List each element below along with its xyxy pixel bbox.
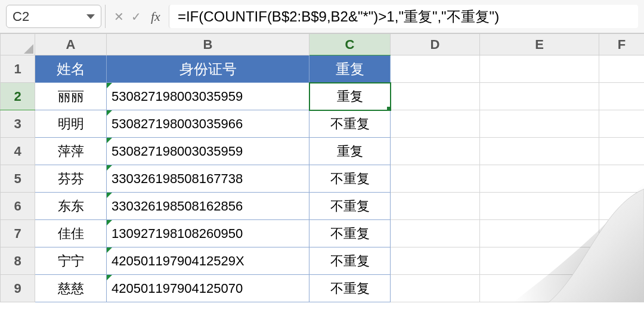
col-header-E[interactable]: E	[480, 34, 599, 55]
cell[interactable]	[391, 138, 480, 165]
cell[interactable]	[480, 55, 599, 83]
col-header-D[interactable]: D	[391, 34, 480, 55]
row-header-6[interactable]: 6	[1, 193, 35, 220]
cell[interactable]	[599, 55, 645, 83]
cell[interactable]: 420501197904125070	[107, 275, 309, 302]
text-indicator-icon	[107, 83, 112, 88]
text-indicator-icon	[107, 165, 112, 171]
cell[interactable]	[391, 165, 480, 193]
cell[interactable]: 不重复	[309, 193, 391, 220]
cell[interactable]: 东东	[35, 193, 107, 220]
cell[interactable]	[480, 165, 599, 193]
cell[interactable]	[480, 247, 599, 275]
cell[interactable]: 芬芬	[35, 165, 107, 193]
text-indicator-icon	[107, 275, 112, 280]
table-row: 2 丽丽 530827198003035959 重复	[1, 83, 645, 110]
cancel-icon[interactable]: ✕	[114, 10, 124, 24]
row-header-7[interactable]: 7	[1, 220, 35, 247]
grid: A B C D E F 1 姓名 身份证号 重复 2 丽丽 5308271980…	[0, 33, 644, 302]
cell[interactable]	[480, 220, 599, 247]
row-header-8[interactable]: 8	[1, 247, 35, 275]
header-id[interactable]: 身份证号	[107, 55, 309, 83]
cell[interactable]	[599, 138, 645, 165]
cell[interactable]	[599, 193, 645, 220]
cell[interactable]: 不重复	[309, 110, 391, 138]
cell[interactable]: 丽丽	[35, 83, 107, 110]
cell[interactable]	[599, 275, 645, 302]
table-row: 9 慈慈 420501197904125070 不重复	[1, 275, 645, 302]
cell[interactable]	[599, 220, 645, 247]
cell[interactable]	[599, 247, 645, 275]
cell[interactable]: 330326198508162856	[107, 193, 309, 220]
cell[interactable]: 530827198003035966	[107, 110, 309, 138]
col-header-F[interactable]: F	[599, 34, 645, 55]
row-header-1[interactable]: 1	[1, 55, 35, 83]
cell[interactable]	[480, 193, 599, 220]
cell[interactable]: 42050119790412529X	[107, 247, 309, 275]
col-header-C[interactable]: C	[309, 34, 391, 55]
cell[interactable]: 130927198108260950	[107, 220, 309, 247]
cell-value: 420501197904125070	[112, 281, 243, 296]
row-header-9[interactable]: 9	[1, 275, 35, 302]
column-header-row: A B C D E F	[1, 34, 645, 55]
cell[interactable]	[391, 275, 480, 302]
text-indicator-icon	[107, 110, 112, 116]
cell[interactable]	[391, 193, 480, 220]
table-row: 7 佳佳 130927198108260950 不重复	[1, 220, 645, 247]
cell[interactable]	[480, 275, 599, 302]
cell[interactable]: 530827198003035959	[107, 83, 309, 110]
cell[interactable]: 慈慈	[35, 275, 107, 302]
worksheet[interactable]: A B C D E F 1 姓名 身份证号 重复 2 丽丽 5308271980…	[0, 33, 644, 302]
cell[interactable]: 不重复	[309, 220, 391, 247]
name-box[interactable]: C2	[6, 5, 101, 28]
cell[interactable]	[480, 138, 599, 165]
formula-text: =IF(COUNTIF(B$2:B$9,B2&"*")>1,"重复","不重复"…	[178, 7, 499, 26]
cell[interactable]	[391, 55, 480, 83]
cell[interactable]: 530827198003035959	[107, 138, 309, 165]
cell-value: 130927198108260950	[112, 226, 243, 241]
chevron-down-icon[interactable]	[86, 14, 95, 19]
cell[interactable]	[599, 165, 645, 193]
cell[interactable]	[599, 83, 645, 110]
cell[interactable]	[480, 83, 599, 110]
table-row: 5 芬芬 330326198508167738 不重复	[1, 165, 645, 193]
header-dup[interactable]: 重复	[309, 55, 391, 83]
text-indicator-icon	[107, 138, 112, 143]
table-row: 3 明明 530827198003035966 不重复	[1, 110, 645, 138]
col-header-B[interactable]: B	[107, 34, 309, 55]
select-all-corner[interactable]	[1, 34, 35, 55]
cell[interactable]	[391, 220, 480, 247]
cell[interactable]: 不重复	[309, 247, 391, 275]
svg-marker-0	[24, 44, 33, 54]
cell[interactable]: 佳佳	[35, 220, 107, 247]
row-header-5[interactable]: 5	[1, 165, 35, 193]
cell[interactable]: 不重复	[309, 165, 391, 193]
formula-bar: C2 ✕ ✓ fx =IF(COUNTIF(B$2:B$9,B2&"*")>1,…	[0, 0, 644, 33]
table-row: 1 姓名 身份证号 重复	[1, 55, 645, 83]
row-header-2[interactable]: 2	[1, 83, 35, 110]
row-header-3[interactable]: 3	[1, 110, 35, 138]
cell-value: 530827198003035959	[112, 144, 243, 159]
active-cell[interactable]: 重复	[309, 83, 391, 110]
fx-icon[interactable]: fx	[151, 9, 160, 24]
divider	[105, 5, 106, 28]
cell[interactable]: 萍萍	[35, 138, 107, 165]
text-indicator-icon	[107, 193, 112, 198]
col-header-A[interactable]: A	[35, 34, 107, 55]
row-header-4[interactable]: 4	[1, 138, 35, 165]
confirm-icon[interactable]: ✓	[131, 10, 141, 24]
cell[interactable]	[480, 110, 599, 138]
cell[interactable]: 330326198508167738	[107, 165, 309, 193]
formula-input[interactable]: =IF(COUNTIF(B$2:B$9,B2&"*")>1,"重复","不重复"…	[169, 5, 638, 28]
text-indicator-icon	[107, 247, 112, 253]
header-name[interactable]: 姓名	[35, 55, 107, 83]
cell[interactable]: 不重复	[309, 275, 391, 302]
cell[interactable]	[391, 110, 480, 138]
cell[interactable]	[391, 247, 480, 275]
cell[interactable]: 宁宁	[35, 247, 107, 275]
cell[interactable]: 明明	[35, 110, 107, 138]
cell[interactable]: 重复	[309, 138, 391, 165]
cell[interactable]	[599, 110, 645, 138]
cell-value: 330326198508167738	[112, 171, 243, 186]
cell[interactable]	[391, 83, 480, 110]
